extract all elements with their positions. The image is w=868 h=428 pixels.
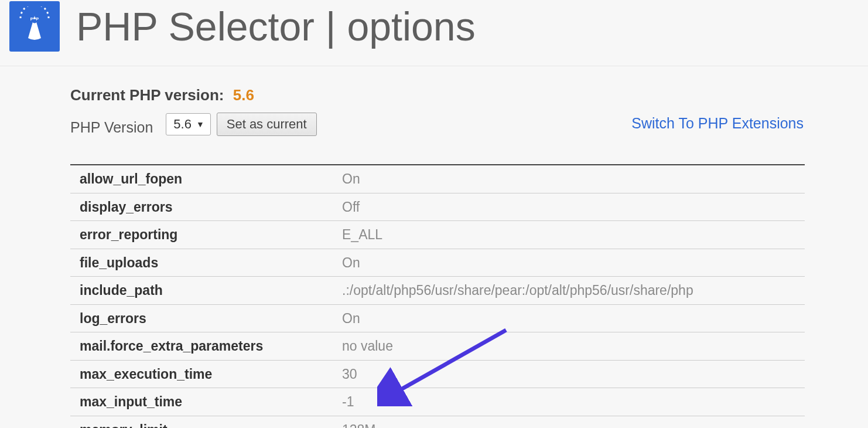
switch-to-extensions-link[interactable]: Switch To PHP Extensions: [631, 115, 804, 132]
option-value[interactable]: 30: [333, 360, 805, 388]
option-value[interactable]: On: [333, 304, 805, 332]
current-version-value: 5.6: [233, 86, 254, 104]
php-options-table: allow_url_fopen On display_errors Off er…: [70, 164, 805, 428]
table-row: allow_url_fopen On: [70, 165, 805, 193]
option-name: include_path: [70, 277, 333, 305]
table-row: mail.force_extra_parameters no value: [70, 332, 805, 361]
page-title: PHP Selector | options: [76, 6, 476, 46]
content-area: Current PHP version: 5.6 PHP Version 5.6…: [0, 66, 868, 428]
option-name: mail.force_extra_parameters: [70, 332, 333, 361]
current-php-version-line: Current PHP version: 5.6: [70, 86, 856, 104]
option-value[interactable]: On: [333, 165, 805, 193]
php-version-select[interactable]: 5.6 ▼: [166, 113, 210, 135]
option-name: allow_url_fopen: [70, 165, 333, 193]
option-value[interactable]: .:/opt/alt/php56/usr/share/pear:/opt/alt…: [333, 277, 805, 305]
table-row: display_errors Off: [70, 193, 805, 221]
gauge-needle-icon: PHP: [15, 6, 54, 46]
option-name: log_errors: [70, 304, 333, 332]
option-value[interactable]: 128M: [333, 416, 805, 428]
chevron-down-icon: ▼: [196, 120, 204, 129]
table-row: error_reporting E_ALL: [70, 221, 805, 249]
php-selector-logo: PHP: [9, 1, 60, 52]
table-row: include_path .:/opt/alt/php56/usr/share/…: [70, 277, 805, 305]
option-value[interactable]: Off: [333, 193, 805, 221]
table-row: log_errors On: [70, 304, 805, 332]
page-header: PHP PHP Selector | options: [0, 0, 868, 66]
table-row: file_uploads On: [70, 249, 805, 277]
option-value[interactable]: -1: [333, 388, 805, 416]
option-value[interactable]: no value: [333, 332, 805, 361]
option-name: max_input_time: [70, 388, 333, 416]
option-name: max_execution_time: [70, 360, 333, 388]
option-value[interactable]: On: [333, 249, 805, 277]
option-name: error_reporting: [70, 221, 333, 249]
option-name: display_errors: [70, 193, 333, 221]
php-version-select-value: 5.6: [173, 117, 192, 132]
table-row: max_input_time -1: [70, 388, 805, 416]
table-row: max_execution_time 30: [70, 360, 805, 388]
svg-point-1: [33, 19, 37, 23]
option-value[interactable]: E_ALL: [333, 221, 805, 249]
option-name: memory_limit: [70, 416, 333, 428]
version-controls-row: PHP Version 5.6 ▼ Set as current Switch …: [70, 113, 856, 136]
table-row: memory_limit 128M: [70, 416, 805, 428]
current-version-label: Current PHP version:: [70, 86, 224, 104]
php-version-label: PHP Version: [70, 113, 153, 136]
set-as-current-button[interactable]: Set as current: [217, 113, 317, 136]
option-name: file_uploads: [70, 249, 333, 277]
